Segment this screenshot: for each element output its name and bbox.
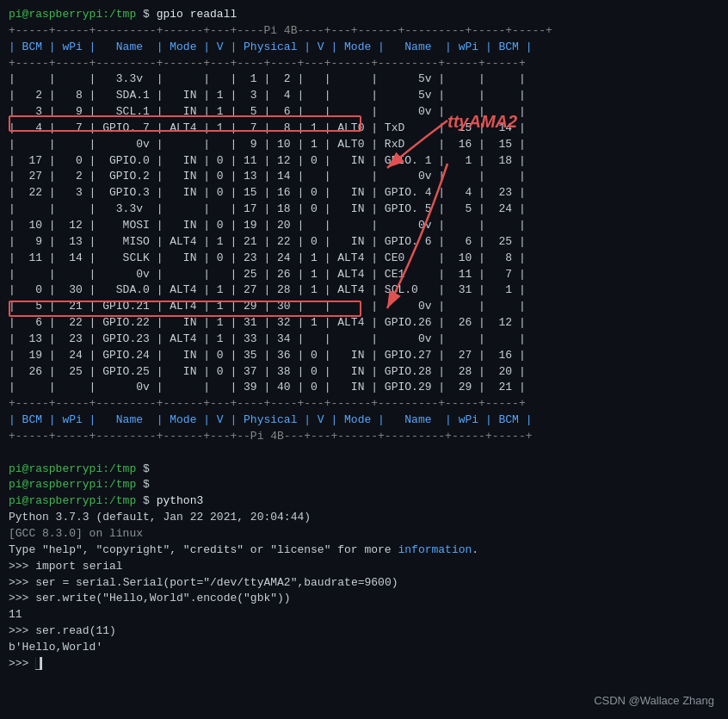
py-output-hello: b'Hello,World': [9, 641, 102, 654]
prompt-user-4: pi@raspberrypi:/tmp: [9, 494, 136, 507]
row-26: | 26 | 25 | GPIO.25 | IN | 0 | 37 | 38 |…: [9, 365, 526, 378]
py-cmd-2: >>> ser = serial.Serial(port="/dev/ttyAM…: [9, 576, 398, 589]
py-prompt-final: >>> ▋: [9, 657, 42, 670]
terminal-content: pi@raspberrypi:/tmp $ gpio readall +----…: [9, 7, 719, 673]
watermark: CSDN @Wallace Zhang: [594, 694, 714, 707]
cmd-python: python3: [157, 494, 204, 507]
arrow-annotation-2: [370, 155, 473, 319]
prompt-user-3: pi@raspberrypi:/tmp: [9, 478, 136, 491]
py-cmd-1: >>> import serial: [9, 560, 123, 573]
py-gcc: [GCC 8.3.0] on linux: [9, 527, 143, 540]
py-help-hint: Type "help", "copyright", "credits" or "…: [9, 543, 478, 556]
row-13: | 13 | 23 | GPIO.23 | ALT4 | 1 | 33 | 34…: [9, 332, 526, 345]
prompt-user-2: pi@raspberrypi:/tmp: [9, 462, 136, 475]
terminal-window: pi@raspberrypi:/tmp $ gpio readall +----…: [0, 0, 728, 719]
prompt-user: pi@raspberrypi:/tmp: [9, 8, 136, 21]
prompt-dollar: $: [136, 8, 156, 21]
py-cmd-4: >>> ser.read(11): [9, 624, 116, 637]
row-0v-last: | | | 0v | | | 39 | 40 | 0 | IN | GPIO.2…: [9, 381, 526, 394]
py-cmd-3: >>> ser.write("Hello,World".encode("gbk"…: [9, 592, 291, 604]
py-output-11: 11: [9, 608, 22, 621]
row-3v3-top: | | | 3.3v | | | 1 | 2 | | | 5v | | |: [9, 72, 526, 85]
py-version: Python 3.7.3 (default, Jan 22 2021, 20:0…: [9, 511, 311, 524]
row-19: | 19 | 24 | GPIO.24 | IN | 0 | 35 | 36 |…: [9, 349, 526, 362]
row-2: | 2 | 8 | SDA.1 | IN | 1 | 3 | 4 | | | 5…: [9, 89, 526, 102]
cmd-gpio: gpio readall: [157, 8, 238, 21]
